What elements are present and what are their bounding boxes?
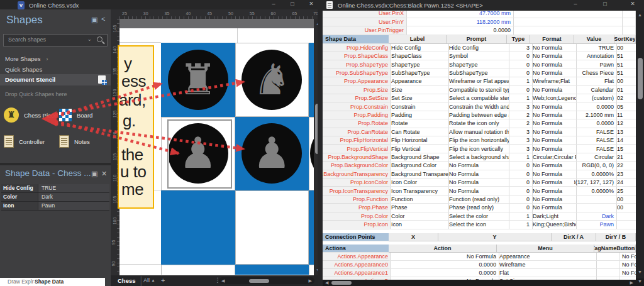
sheet-section-header[interactable]: TagNameButtonF xyxy=(594,245,636,253)
sheet-cell[interactable]: 1 xyxy=(507,212,533,221)
sheet-cell[interactable] xyxy=(623,18,636,27)
sheet-cell-value[interactable]: 0.0000% xyxy=(574,187,617,195)
sheet-cell[interactable]: SubShapeType xyxy=(447,69,509,77)
scroll-down-icon[interactable]: ▼ xyxy=(638,270,642,274)
sheet-row[interactable]: ActionsActionMenuTagNameButtonF xyxy=(323,245,636,253)
sheet-cell[interactable]: Select a background shape xyxy=(447,153,509,162)
close-icon[interactable]: ✕ xyxy=(101,170,107,178)
sheet-cell-name[interactable]: Prop.CanRotate xyxy=(323,128,391,136)
sheet-row[interactable]: Prop.FlipVerticalFlip VerticalFlip the i… xyxy=(323,145,636,153)
add-page-button[interactable]: + xyxy=(161,277,165,284)
document-stencil-item[interactable]: Document Stencil xyxy=(0,74,111,85)
sheet-cell[interactable]: 00 xyxy=(614,77,636,85)
sheet-cell[interactable]: No Formula xyxy=(530,187,577,195)
sheet-cell[interactable]: 00 xyxy=(614,204,636,212)
sheet-cell[interactable]: 51 xyxy=(614,52,636,60)
shape-data-value[interactable]: Pawn xyxy=(38,202,109,210)
stencil-item-board[interactable]: Board xyxy=(59,102,92,128)
sheet-section-header[interactable]: Menu xyxy=(497,245,594,253)
sheet-row[interactable]: Prop.FunctionFunctionFunction (read only… xyxy=(323,195,636,204)
sheet-section-header[interactable]: DirX / A xyxy=(552,233,596,242)
maximize-icon[interactable]: □ xyxy=(599,1,611,7)
sheet-cell[interactable]: No Formula xyxy=(530,86,577,94)
sheet-cell-value[interactable]: 47.7000 mm xyxy=(404,11,514,18)
sheet-row[interactable]: Actions.Appearance00.0000WireframeNo For xyxy=(323,261,636,269)
sheet-row[interactable]: Prop.ColorColorSelect the color1Dark;Lig… xyxy=(323,212,636,221)
board-cell[interactable] xyxy=(309,265,314,275)
sheet-cell[interactable]: No Formula xyxy=(530,162,577,170)
sheet-row[interactable]: Prop.AppearanceAppearanceWireframe or Fl… xyxy=(323,77,636,85)
sheet-section-header[interactable]: Y xyxy=(438,233,552,242)
sheet-cell-value[interactable]: TRUE xyxy=(574,44,617,52)
sheet-cell[interactable]: Circular;Circular F xyxy=(530,153,577,162)
sheet-cell[interactable] xyxy=(594,261,619,269)
sheet-row[interactable]: Prop.BackgroundTransparencyBackground Tr… xyxy=(323,170,636,179)
sheet-cell[interactable]: 3 xyxy=(507,145,533,153)
sheet-cell-value[interactable]: FALSE xyxy=(574,136,617,145)
sheet-cell[interactable]: 25 xyxy=(614,187,636,195)
shape-data-row[interactable]: Hide ConfigTRUE xyxy=(1,184,109,193)
sheet-cell[interactable]: 3 xyxy=(507,102,533,111)
sheet-cell[interactable]: No Formula xyxy=(530,195,577,204)
scroll-left-icon[interactable]: ◀ xyxy=(325,280,328,285)
stencil-item-controller[interactable]: Controller xyxy=(4,129,45,154)
scroll-right-icon[interactable]: ▶ xyxy=(630,280,633,285)
sheet-cell[interactable]: Background Transparency xyxy=(389,170,449,179)
sheet-row[interactable]: User.PinX47.7000 mm xyxy=(323,11,636,18)
sheet-cell[interactable]: 00 xyxy=(614,195,636,204)
sheet-cell-value[interactable]: 0.0000 xyxy=(574,102,617,111)
sheet-cell[interactable] xyxy=(614,212,636,221)
sheet-cell[interactable]: Phase xyxy=(389,204,449,212)
sheet-cell-value[interactable] xyxy=(574,195,617,204)
chess-piece-shape-pawn[interactable]: ♟ xyxy=(242,123,302,184)
sheet-cell-value[interactable]: RGB(127, 127, 127) xyxy=(574,179,617,187)
sheet-cell-name[interactable]: Actions.Appearance1 xyxy=(323,269,391,277)
sheet-row[interactable]: User.PinY118.2000 mm xyxy=(323,18,636,27)
sheet-cell[interactable]: 00 xyxy=(614,44,636,52)
sheet-cell[interactable]: Flip Horizontal xyxy=(389,136,449,145)
sheet-cell-value[interactable]: 0.0000 xyxy=(404,26,514,35)
sheet-cell[interactable]: No Formula xyxy=(530,102,577,111)
sheet-cell[interactable]: 0 xyxy=(507,86,533,94)
sheet-cell[interactable]: Appearance xyxy=(497,253,597,261)
sheet-cell[interactable]: 22 xyxy=(614,162,636,170)
sheet-cell-name[interactable]: Prop.ShapeType xyxy=(323,60,391,69)
sheet-cell[interactable]: Flip the icon vertically xyxy=(447,145,509,153)
sheet-cell[interactable]: 0 xyxy=(507,187,533,195)
sheet-cell-value[interactable]: Dark xyxy=(574,212,617,221)
sheet-cell[interactable]: 02 xyxy=(614,94,636,102)
sheet-cell[interactable]: 2 xyxy=(507,111,533,119)
pages-all-button[interactable]: All ▲ xyxy=(143,277,155,283)
sheet-cell[interactable]: Wireframe or Flat appearan xyxy=(447,77,509,85)
sheet-cell[interactable]: Select the color xyxy=(447,212,509,221)
sheet-cell-value[interactable]: FALSE xyxy=(574,145,617,153)
stencil-item-notes[interactable]: Notes xyxy=(59,129,90,154)
sheet-cell[interactable]: No Formula xyxy=(530,204,577,212)
sheet-cell[interactable]: 0 xyxy=(507,195,533,204)
sheet-section-header[interactable]: Actions xyxy=(323,245,391,253)
sheet-row[interactable]: Connection PointsXYDirX / ADirY / B xyxy=(323,233,636,242)
chess-piece-shape-knight[interactable]: ♞ xyxy=(242,50,302,110)
sheet-cell-name[interactable]: Prop.Phase xyxy=(323,204,391,212)
sheet-cell[interactable]: 23 xyxy=(614,170,636,179)
sheet-cell-value[interactable]: RGB(0, 0, 0) xyxy=(574,162,617,170)
board-cell[interactable] xyxy=(309,190,314,265)
sheet-cell-value[interactable] xyxy=(574,204,617,212)
sheet-cell-name[interactable]: User.PinTrigger xyxy=(323,26,407,35)
sheet-cell[interactable] xyxy=(614,221,636,229)
sheet-cell-name[interactable]: Prop.ShapeClass xyxy=(323,52,391,60)
sheet-cell-value[interactable]: Annotation xyxy=(574,52,617,60)
sheet-row[interactable]: Actions.Appearance10.0000FlatNo For xyxy=(323,269,636,277)
sheet-cell[interactable] xyxy=(594,269,619,277)
sheet-cell[interactable]: Padding between edge an xyxy=(447,111,509,119)
board-cell[interactable] xyxy=(161,190,235,265)
scroll-left-icon[interactable]: ◀ xyxy=(221,278,225,283)
search-icon[interactable] xyxy=(97,36,103,42)
sheet-cell[interactable]: Constrain the Width and H xyxy=(447,102,509,111)
sheet-cell[interactable]: No Formula xyxy=(447,179,509,187)
sheet-cell[interactable] xyxy=(511,18,623,27)
canvas-horizontal-scrollbar[interactable]: ◀ ▶ xyxy=(219,277,314,284)
sheet-cell[interactable]: 0.0000 xyxy=(389,269,499,277)
chess-board-shape[interactable]: ♜♞♟♟♟ xyxy=(161,43,314,275)
sheet-cell[interactable]: 0 xyxy=(507,170,533,179)
